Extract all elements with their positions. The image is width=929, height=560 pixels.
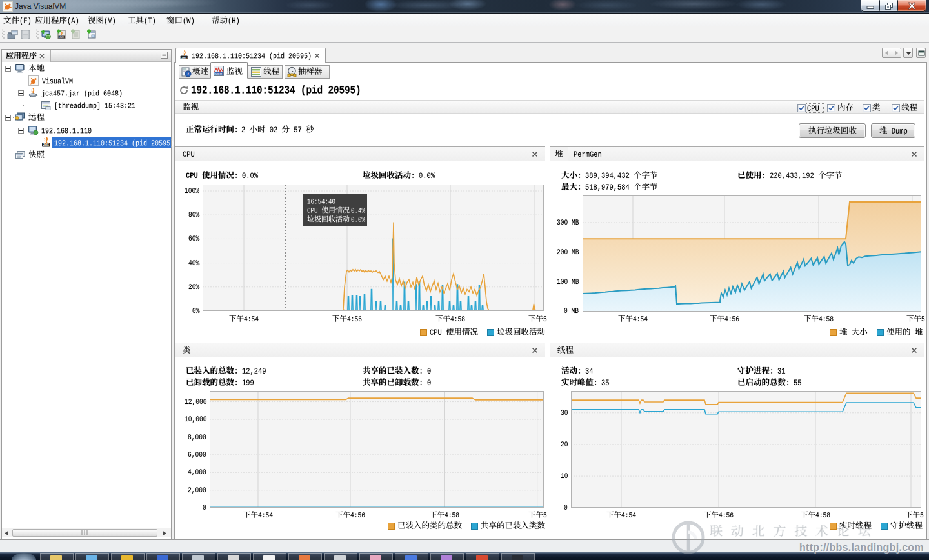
svg-text:JMX: JMX [59, 36, 65, 39]
svg-text:MEM: MEM [215, 72, 222, 75]
svg-text:JMX: JMX [43, 143, 49, 146]
svg-text:JMX: JMX [181, 56, 187, 59]
